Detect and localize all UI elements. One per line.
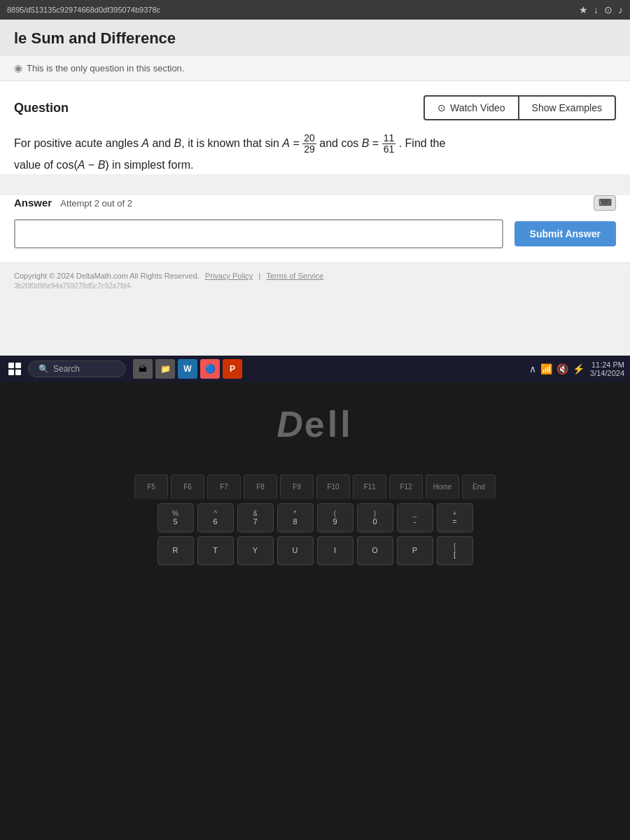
sin-fraction: 20 29: [302, 133, 316, 155]
clock-date: 3/14/2024: [590, 369, 624, 377]
question-section: Question ⊙ Watch Video Show Examples For…: [0, 81, 630, 174]
url-text: 8895/d513135c92974668d0df395074b9378c: [7, 6, 160, 14]
q-text-value: value of cos(A − B) in simplest form.: [14, 159, 194, 171]
key-equals-top: +: [453, 510, 457, 517]
key-i-label: I: [334, 546, 336, 554]
key-p[interactable]: P: [397, 536, 433, 566]
keyboard-toggle-button[interactable]: ⌨: [594, 195, 616, 211]
key-9[interactable]: ( 9: [317, 503, 354, 533]
taskbar-icon-1[interactable]: 🏔: [133, 359, 153, 379]
key-6-bottom: 6: [213, 517, 217, 526]
url-bar: 8895/d513135c92974668d0df395074b9378c ★ …: [0, 0, 630, 20]
session-id: 3b20f0d98e94a759278d5c7c92a7fd4-: [14, 282, 616, 290]
key-6[interactable]: ^ 6: [197, 503, 234, 533]
music-icon[interactable]: ♪: [618, 4, 623, 15]
question-buttons: ⊙ Watch Video Show Examples: [424, 95, 616, 120]
question-header: Question ⊙ Watch Video Show Examples: [14, 95, 616, 120]
question-text: For positive acute angles A and B, it is…: [14, 133, 616, 174]
content-footer: Copyright © 2024 DeltaMath.com All Right…: [0, 262, 630, 298]
key-t[interactable]: T: [197, 536, 234, 566]
key-minus-bottom: -: [414, 517, 416, 526]
download-icon[interactable]: ↓: [594, 4, 598, 15]
key-u[interactable]: U: [277, 536, 314, 566]
key-8-bottom: 8: [293, 517, 297, 526]
cos-fraction: 11 61: [382, 133, 396, 155]
start-dot-1: [8, 363, 14, 368]
key-open-bracket[interactable]: { [: [437, 536, 473, 566]
volume-icon[interactable]: 🔇: [556, 363, 568, 374]
cos-denominator: 61: [382, 144, 396, 155]
key-i[interactable]: I: [317, 536, 354, 566]
taskbar-search[interactable]: 🔍 Search: [28, 360, 126, 377]
system-tray-icons: ∧ 📶 🔇 ⚡: [529, 363, 584, 374]
page-title-bar: le Sum and Difference: [0, 20, 630, 55]
key-f7[interactable]: F7: [207, 475, 241, 500]
key-f12[interactable]: F12: [389, 475, 423, 500]
show-examples-label: Show Examples: [532, 102, 602, 113]
up-arrow-icon[interactable]: ∧: [529, 363, 536, 374]
notice-bar: ◉ This is the only question in this sect…: [0, 55, 630, 81]
wifi-icon[interactable]: 📶: [540, 363, 552, 374]
key-f8[interactable]: F8: [244, 475, 277, 500]
key-8[interactable]: * 8: [277, 503, 314, 533]
main-content: le Sum and Difference ◉ This is the only…: [0, 20, 630, 356]
fn-key-row: F5 F6 F7 F8 F9 F10 F11 F12 Home End: [14, 475, 616, 500]
answer-label-row: Answer Attempt 2 out of 2 ⌨: [14, 195, 616, 211]
key-0[interactable]: ) 0: [357, 503, 393, 533]
key-7-bottom: 7: [253, 517, 257, 526]
dell-logo: Dell: [276, 403, 353, 445]
key-p-label: P: [412, 546, 417, 554]
circle-icon[interactable]: ⊙: [604, 4, 612, 15]
q-text-find: . Find the: [399, 137, 446, 149]
start-button[interactable]: [6, 360, 24, 378]
key-7-top: &: [253, 510, 258, 517]
key-8-top: *: [294, 510, 297, 517]
key-f6[interactable]: F6: [171, 475, 204, 500]
dell-area: Dell: [0, 382, 630, 466]
key-f11[interactable]: F11: [353, 475, 386, 500]
key-home[interactable]: Home: [426, 475, 459, 500]
watch-video-label: Watch Video: [450, 102, 505, 113]
key-7[interactable]: & 7: [237, 503, 274, 533]
key-o[interactable]: O: [357, 536, 393, 566]
key-o-label: O: [372, 546, 378, 554]
play-icon: ⊙: [438, 102, 446, 113]
submit-answer-button[interactable]: Submit Answer: [514, 221, 616, 246]
taskbar-icon-word[interactable]: W: [178, 359, 197, 379]
key-y[interactable]: Y: [237, 536, 274, 566]
key-5[interactable]: % 5: [158, 503, 194, 533]
page-title: le Sum and Difference: [14, 29, 176, 47]
key-9-top: (: [334, 510, 336, 517]
cos-numerator: 11: [382, 133, 396, 144]
key-y-label: Y: [253, 546, 258, 554]
star-icon[interactable]: ★: [579, 4, 588, 15]
taskbar-icon-2[interactable]: 📁: [155, 359, 175, 379]
taskbar-icon-p[interactable]: P: [223, 359, 242, 379]
answer-input-row: Submit Answer: [14, 219, 616, 248]
key-r[interactable]: R: [158, 536, 194, 566]
qwerty-key-row: R T Y U I O P { [: [14, 536, 616, 566]
search-icon: 🔍: [38, 364, 49, 374]
answer-label: Answer: [14, 197, 52, 209]
start-dot-2: [15, 363, 21, 368]
search-label: Search: [53, 364, 80, 374]
taskbar-app-icons: 🏔 📁 W 🔵 P: [133, 359, 242, 379]
question-label: Question: [14, 101, 69, 115]
terms-link[interactable]: Terms of Service: [266, 272, 323, 280]
show-examples-button[interactable]: Show Examples: [519, 95, 616, 120]
key-f5[interactable]: F5: [134, 475, 168, 500]
number-key-row: % 5 ^ 6 & 7 * 8 ( 9 ) 0 _ - + =: [14, 503, 616, 533]
key-f9[interactable]: F9: [280, 475, 314, 500]
key-end[interactable]: End: [462, 475, 496, 500]
answer-input[interactable]: [14, 219, 503, 248]
watch-video-button[interactable]: ⊙ Watch Video: [424, 95, 519, 120]
key-equals[interactable]: + =: [437, 503, 473, 533]
clock[interactable]: 11:24 PM 3/14/2024: [590, 360, 624, 377]
power-icon[interactable]: ⚡: [573, 363, 584, 374]
privacy-link[interactable]: Privacy Policy: [205, 272, 253, 280]
key-6-top: ^: [214, 510, 217, 517]
key-minus[interactable]: _ -: [397, 503, 433, 533]
key-f10[interactable]: F10: [316, 475, 350, 500]
taskbar-icon-chrome[interactable]: 🔵: [200, 359, 220, 379]
taskbar: 🔍 Search 🏔 📁 W 🔵 P ∧ 📶 🔇 ⚡ 11:24 PM 3/14…: [0, 356, 630, 382]
